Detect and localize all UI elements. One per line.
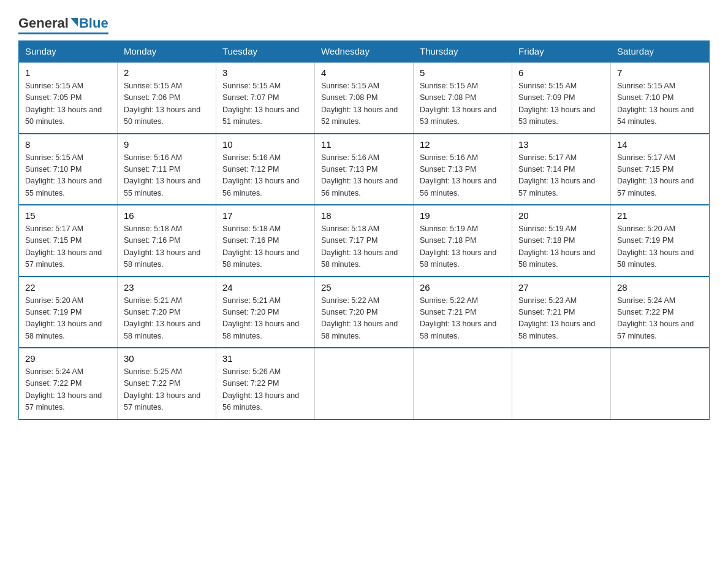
day-number: 4 — [321, 67, 407, 78]
calendar-week-row: 1 Sunrise: 5:15 AMSunset: 7:05 PMDayligh… — [19, 62, 710, 134]
calendar-cell: 2 Sunrise: 5:15 AMSunset: 7:06 PMDayligh… — [118, 62, 216, 134]
calendar-week-row: 15 Sunrise: 5:17 AMSunset: 7:15 PMDaylig… — [19, 205, 710, 277]
day-info: Sunrise: 5:19 AMSunset: 7:18 PMDaylight:… — [420, 223, 506, 271]
day-info: Sunrise: 5:24 AMSunset: 7:22 PMDaylight:… — [25, 366, 111, 414]
calendar-cell: 20 Sunrise: 5:19 AMSunset: 7:18 PMDaylig… — [512, 205, 611, 277]
day-info: Sunrise: 5:21 AMSunset: 7:20 PMDaylight:… — [124, 295, 210, 343]
day-number: 30 — [124, 353, 210, 364]
day-info: Sunrise: 5:25 AMSunset: 7:22 PMDaylight:… — [124, 366, 210, 414]
calendar-cell: 5 Sunrise: 5:15 AMSunset: 7:08 PMDayligh… — [414, 62, 512, 134]
day-number: 6 — [518, 67, 604, 78]
calendar-cell: 27 Sunrise: 5:23 AMSunset: 7:21 PMDaylig… — [512, 277, 611, 348]
calendar-cell: 28 Sunrise: 5:24 AMSunset: 7:22 PMDaylig… — [611, 277, 710, 348]
weekday-header-friday: Friday — [512, 41, 611, 63]
calendar-cell: 1 Sunrise: 5:15 AMSunset: 7:05 PMDayligh… — [19, 62, 118, 134]
calendar-cell: 7 Sunrise: 5:15 AMSunset: 7:10 PMDayligh… — [611, 62, 710, 134]
day-number: 2 — [124, 67, 210, 78]
day-info: Sunrise: 5:23 AMSunset: 7:21 PMDaylight:… — [518, 295, 604, 343]
calendar-cell: 10 Sunrise: 5:16 AMSunset: 7:12 PMDaylig… — [216, 134, 315, 205]
day-info: Sunrise: 5:21 AMSunset: 7:20 PMDaylight:… — [222, 295, 308, 343]
calendar-week-row: 8 Sunrise: 5:15 AMSunset: 7:10 PMDayligh… — [19, 134, 710, 205]
day-number: 5 — [420, 67, 506, 78]
day-number: 26 — [420, 282, 506, 293]
day-info: Sunrise: 5:15 AMSunset: 7:05 PMDaylight:… — [25, 80, 111, 128]
day-info: Sunrise: 5:15 AMSunset: 7:06 PMDaylight:… — [124, 80, 210, 128]
day-info: Sunrise: 5:15 AMSunset: 7:10 PMDaylight:… — [25, 152, 111, 200]
calendar-week-row: 29 Sunrise: 5:24 AMSunset: 7:22 PMDaylig… — [19, 348, 710, 419]
weekday-header-monday: Monday — [118, 41, 216, 63]
weekday-header-thursday: Thursday — [414, 41, 512, 63]
calendar-cell: 8 Sunrise: 5:15 AMSunset: 7:10 PMDayligh… — [19, 134, 118, 205]
day-info: Sunrise: 5:16 AMSunset: 7:11 PMDaylight:… — [124, 152, 210, 200]
calendar-cell: 15 Sunrise: 5:17 AMSunset: 7:15 PMDaylig… — [19, 205, 118, 277]
calendar-cell: 22 Sunrise: 5:20 AMSunset: 7:19 PMDaylig… — [19, 277, 118, 348]
day-number: 11 — [321, 139, 407, 150]
day-info: Sunrise: 5:20 AMSunset: 7:19 PMDaylight:… — [25, 295, 111, 343]
calendar-cell: 13 Sunrise: 5:17 AMSunset: 7:14 PMDaylig… — [512, 134, 611, 205]
weekday-header-sunday: Sunday — [19, 41, 118, 63]
weekday-header-saturday: Saturday — [611, 41, 710, 63]
day-number: 1 — [25, 67, 111, 78]
day-info: Sunrise: 5:16 AMSunset: 7:13 PMDaylight:… — [321, 152, 407, 200]
day-number: 7 — [617, 67, 703, 78]
calendar-cell: 11 Sunrise: 5:16 AMSunset: 7:13 PMDaylig… — [315, 134, 414, 205]
day-info: Sunrise: 5:18 AMSunset: 7:16 PMDaylight:… — [124, 223, 210, 271]
day-number: 12 — [420, 139, 506, 150]
day-number: 10 — [222, 139, 308, 150]
day-info: Sunrise: 5:26 AMSunset: 7:22 PMDaylight:… — [222, 366, 308, 414]
calendar-cell: 14 Sunrise: 5:17 AMSunset: 7:15 PMDaylig… — [611, 134, 710, 205]
day-info: Sunrise: 5:24 AMSunset: 7:22 PMDaylight:… — [617, 295, 703, 343]
day-info: Sunrise: 5:15 AMSunset: 7:08 PMDaylight:… — [420, 80, 506, 128]
day-number: 15 — [25, 210, 111, 221]
calendar-cell: 6 Sunrise: 5:15 AMSunset: 7:09 PMDayligh… — [512, 62, 611, 134]
day-number: 29 — [25, 353, 111, 364]
day-number: 21 — [617, 210, 703, 221]
day-number: 31 — [222, 353, 308, 364]
day-number: 9 — [124, 139, 210, 150]
day-info: Sunrise: 5:18 AMSunset: 7:17 PMDaylight:… — [321, 223, 407, 271]
calendar-cell: 18 Sunrise: 5:18 AMSunset: 7:17 PMDaylig… — [315, 205, 414, 277]
weekday-header-tuesday: Tuesday — [216, 41, 315, 63]
day-info: Sunrise: 5:20 AMSunset: 7:19 PMDaylight:… — [617, 223, 703, 271]
day-number: 27 — [518, 282, 604, 293]
day-info: Sunrise: 5:15 AMSunset: 7:08 PMDaylight:… — [321, 80, 407, 128]
calendar-cell — [611, 348, 710, 419]
day-number: 16 — [124, 210, 210, 221]
logo-general-text: General — [18, 15, 69, 31]
calendar-table: SundayMondayTuesdayWednesdayThursdayFrid… — [18, 40, 710, 420]
day-info: Sunrise: 5:17 AMSunset: 7:15 PMDaylight:… — [617, 152, 703, 200]
day-info: Sunrise: 5:16 AMSunset: 7:13 PMDaylight:… — [420, 152, 506, 200]
calendar-cell — [512, 348, 611, 419]
weekday-header-wednesday: Wednesday — [315, 41, 414, 63]
calendar-cell: 30 Sunrise: 5:25 AMSunset: 7:22 PMDaylig… — [118, 348, 216, 419]
day-number: 23 — [124, 282, 210, 293]
day-number: 28 — [617, 282, 703, 293]
day-info: Sunrise: 5:22 AMSunset: 7:21 PMDaylight:… — [420, 295, 506, 343]
day-number: 22 — [25, 282, 111, 293]
calendar-cell — [414, 348, 512, 419]
day-number: 8 — [25, 139, 111, 150]
day-info: Sunrise: 5:17 AMSunset: 7:14 PMDaylight:… — [518, 152, 604, 200]
day-info: Sunrise: 5:17 AMSunset: 7:15 PMDaylight:… — [25, 223, 111, 271]
day-number: 3 — [222, 67, 308, 78]
day-number: 13 — [518, 139, 604, 150]
calendar-cell: 16 Sunrise: 5:18 AMSunset: 7:16 PMDaylig… — [118, 205, 216, 277]
calendar-cell: 3 Sunrise: 5:15 AMSunset: 7:07 PMDayligh… — [216, 62, 315, 134]
logo-arrow-icon — [70, 18, 78, 26]
calendar-cell — [315, 348, 414, 419]
calendar-cell: 23 Sunrise: 5:21 AMSunset: 7:20 PMDaylig… — [118, 277, 216, 348]
day-number: 24 — [222, 282, 308, 293]
day-info: Sunrise: 5:16 AMSunset: 7:12 PMDaylight:… — [222, 152, 308, 200]
day-info: Sunrise: 5:19 AMSunset: 7:18 PMDaylight:… — [518, 223, 604, 271]
day-number: 17 — [222, 210, 308, 221]
day-number: 14 — [617, 139, 703, 150]
day-number: 25 — [321, 282, 407, 293]
day-info: Sunrise: 5:22 AMSunset: 7:20 PMDaylight:… — [321, 295, 407, 343]
calendar-cell: 29 Sunrise: 5:24 AMSunset: 7:22 PMDaylig… — [19, 348, 118, 419]
logo-underline — [18, 33, 108, 34]
calendar-cell: 26 Sunrise: 5:22 AMSunset: 7:21 PMDaylig… — [414, 277, 512, 348]
page-header: General Blue — [18, 12, 710, 34]
calendar-cell: 17 Sunrise: 5:18 AMSunset: 7:16 PMDaylig… — [216, 205, 315, 277]
logo: General Blue — [18, 15, 108, 34]
logo-blue-text: Blue — [79, 15, 108, 31]
